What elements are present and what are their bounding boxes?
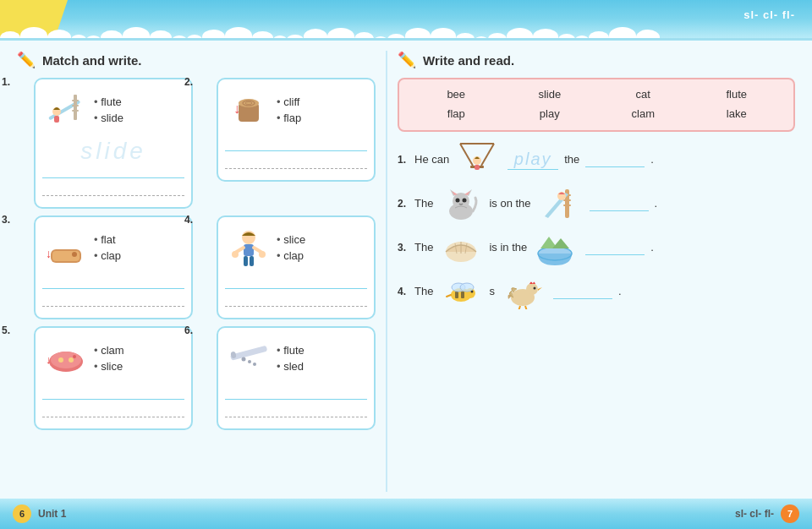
section-divider xyxy=(386,51,387,492)
s1-the: the xyxy=(564,153,579,166)
ex-2-word-1: cliff xyxy=(277,95,301,108)
s1-blank[interactable] xyxy=(585,152,645,167)
ex-5-content: ↓ clam slice xyxy=(42,335,184,381)
svg-point-33 xyxy=(253,363,256,366)
s4-the: The xyxy=(414,285,433,297)
ex-1-line-1[interactable] xyxy=(42,165,184,178)
exercise-2-wrapper: 2. xyxy=(200,78,376,209)
ex-2-word-2: flap xyxy=(277,112,301,124)
svg-line-35 xyxy=(460,144,473,166)
svg-rect-6 xyxy=(54,116,59,123)
ex-6-line-2[interactable] xyxy=(225,404,367,417)
ex-5-word-1: clam xyxy=(94,344,124,357)
s1-swing-image xyxy=(455,142,499,177)
ex-3-line-2[interactable] xyxy=(42,293,184,307)
page-num-left: 6 xyxy=(13,504,31,523)
page: sl- cl- fl- ✏️ Match and write. 1. xyxy=(0,0,812,529)
exercise-grid: 1. xyxy=(17,78,376,430)
svg-point-27 xyxy=(69,357,74,363)
s1-he-can: He can xyxy=(414,153,449,166)
svg-point-20 xyxy=(232,251,239,258)
s1-num: 1. xyxy=(398,154,411,166)
ex-4-content: slice clap xyxy=(225,224,367,270)
svg-text:↓: ↓ xyxy=(233,101,240,116)
ex-1-word-2: slide xyxy=(94,112,123,124)
sentence-3: 3. The is in the xyxy=(398,230,795,265)
ex-3-lines xyxy=(42,275,184,307)
match-write-title: Match and write. xyxy=(42,53,142,68)
svg-point-26 xyxy=(58,357,63,363)
s3-lake-image xyxy=(533,230,577,265)
ex-5-number: 5. xyxy=(2,324,10,336)
ex-5-line-1[interactable] xyxy=(42,386,184,400)
ex-1-content: flute slide xyxy=(42,86,184,133)
ex-4-line-1[interactable] xyxy=(225,275,367,289)
svg-rect-1 xyxy=(74,95,77,120)
ex-6-content: flute sled xyxy=(225,335,367,381)
wb-bee: bee xyxy=(413,86,500,104)
s1-period: . xyxy=(650,153,654,166)
ex-5-image: ↓ xyxy=(42,335,89,381)
ex-1-image xyxy=(42,86,89,133)
svg-rect-59 xyxy=(461,292,464,298)
ex-3-number: 3. xyxy=(2,214,10,226)
s3-clam-image xyxy=(439,230,483,265)
svg-rect-40 xyxy=(475,165,480,170)
exercise-4-wrapper: 4. xyxy=(200,215,376,319)
s2-slide-image xyxy=(537,186,581,221)
s3-period: . xyxy=(650,241,654,254)
svg-rect-2 xyxy=(72,100,79,101)
ex-4-word-1: slice xyxy=(277,233,305,246)
svg-text:↓: ↓ xyxy=(46,247,52,260)
bottom-bar: 6 Unit 1 sl- cl- fl- 7 xyxy=(0,499,812,529)
exercise-3-wrapper: 3. ↓ xyxy=(17,215,193,319)
left-section: ✏️ Match and write. 1. xyxy=(10,51,382,492)
ex-3-word-1: flat xyxy=(94,233,121,246)
right-section-title: ✏️ Write and read. xyxy=(398,51,795,69)
svg-point-31 xyxy=(241,357,245,361)
svg-rect-52 xyxy=(563,205,571,206)
exercise-6-wrapper: 6. xyxy=(200,326,376,430)
s2-is-on: is on the xyxy=(489,197,530,210)
s3-blank[interactable] xyxy=(585,240,645,255)
svg-point-29 xyxy=(73,355,76,358)
exercise-5-wrapper: 5. xyxy=(17,326,193,430)
s4-blank[interactable] xyxy=(553,284,612,299)
ex-2-line-2[interactable] xyxy=(225,155,367,169)
wb-lake: lake xyxy=(694,106,781,123)
ex-1-ghost: slide xyxy=(42,138,184,165)
s4-s: s xyxy=(489,285,495,297)
exercise-6: flute sled xyxy=(217,326,376,430)
ex-2-lines xyxy=(225,138,367,169)
cloud-border xyxy=(0,26,812,41)
s2-period: . xyxy=(655,197,658,210)
svg-point-63 xyxy=(460,283,474,292)
exercise-3: ↓ flat clap xyxy=(34,215,193,319)
sentences: 1. He can xyxy=(398,142,795,309)
svg-point-47 xyxy=(456,198,460,202)
ex-3-words: flat clap xyxy=(94,233,121,262)
sentence-1: 1. He can xyxy=(398,142,795,177)
ex-4-image xyxy=(225,224,272,270)
ex-1-line-2[interactable] xyxy=(42,183,184,196)
svg-point-32 xyxy=(248,360,251,363)
s1-play-ghost[interactable]: play xyxy=(508,150,558,170)
svg-line-68 xyxy=(525,306,527,309)
wb-clam: clam xyxy=(600,106,687,123)
ex-4-line-2[interactable] xyxy=(225,293,367,307)
s2-num: 2. xyxy=(398,198,411,210)
ex-6-words: flute sled xyxy=(277,344,304,373)
unit-label: Unit 1 xyxy=(38,508,66,520)
right-section: ✏️ Write and read. bee slide cat flute f… xyxy=(391,51,802,492)
ex-2-line-1[interactable] xyxy=(225,138,367,151)
ex-5-line-2[interactable] xyxy=(42,404,184,417)
content: ✏️ Match and write. 1. xyxy=(0,44,812,499)
svg-rect-51 xyxy=(563,199,571,201)
ex-4-words: slice clap xyxy=(277,233,305,262)
ex-6-line-1[interactable] xyxy=(225,386,367,400)
s2-blank[interactable] xyxy=(590,196,649,211)
ex-3-line-1[interactable] xyxy=(42,275,184,289)
exercise-2: ↓ cliff flap xyxy=(217,78,376,182)
svg-line-36 xyxy=(481,144,494,166)
ex-6-word-2: sled xyxy=(277,360,304,373)
